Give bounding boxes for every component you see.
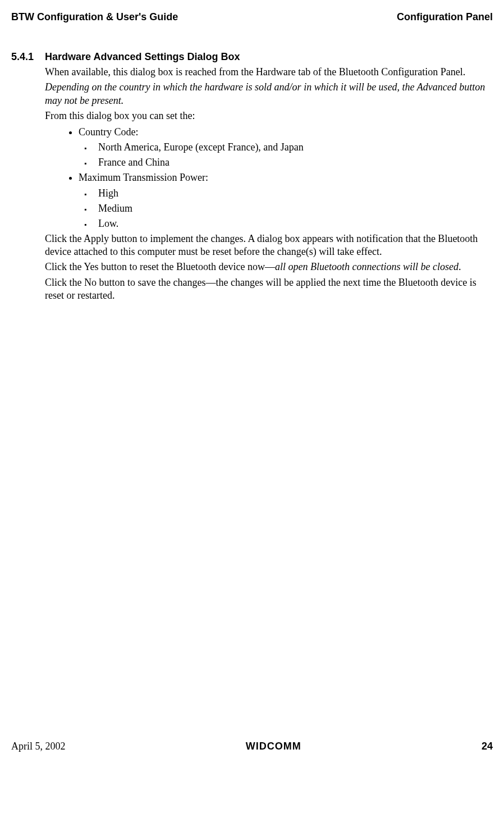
header-left: BTW Configuration & User's Guide (11, 11, 178, 23)
section-number: 5.4.1 (11, 51, 42, 63)
paragraph-list-intro: From this dialog box you can set the: (45, 109, 493, 122)
paragraph-intro: When available, this dialog box is reach… (45, 66, 493, 79)
footer-date: April 5, 2002 (11, 741, 66, 752)
list-item: Country Code: North America, Europe (exc… (79, 125, 493, 170)
paragraph-note: Depending on the country in which the ha… (45, 81, 493, 107)
list-item: Maximum Transmission Power: High Medium … (79, 171, 493, 230)
footer-page-number: 24 (482, 741, 493, 752)
section-heading: 5.4.1 Hardware Advanced Settings Dialog … (11, 51, 493, 63)
sub-list: North America, Europe (except France), a… (79, 140, 493, 170)
paragraph-apply: Click the Apply button to implement the … (45, 232, 493, 259)
page-header: BTW Configuration & User's Guide Configu… (11, 11, 493, 23)
sub-list-item: North America, Europe (except France), a… (98, 140, 493, 154)
sub-list-item: Low. (98, 217, 493, 230)
header-right: Configuration Panel (397, 11, 493, 23)
settings-list: Country Code: North America, Europe (exc… (45, 125, 493, 231)
sub-list-item: High (98, 186, 493, 200)
list-item-label: Country Code: (79, 126, 139, 138)
paragraph-no: Click the No button to save the changes—… (45, 276, 493, 303)
paragraph-yes: Click the Yes button to reset the Blueto… (45, 261, 493, 273)
sub-list-item: France and China (98, 156, 493, 169)
sub-list-item: Medium (98, 202, 493, 215)
footer-company: WIDCOMM (246, 741, 301, 752)
page-footer: April 5, 2002 WIDCOMM 24 (11, 741, 493, 752)
sub-list: High Medium Low. (79, 186, 493, 231)
list-item-label: Maximum Transmission Power: (79, 172, 208, 183)
body-content: When available, this dialog box is reach… (45, 66, 493, 303)
section-title: Hardware Advanced Settings Dialog Box (45, 51, 240, 62)
